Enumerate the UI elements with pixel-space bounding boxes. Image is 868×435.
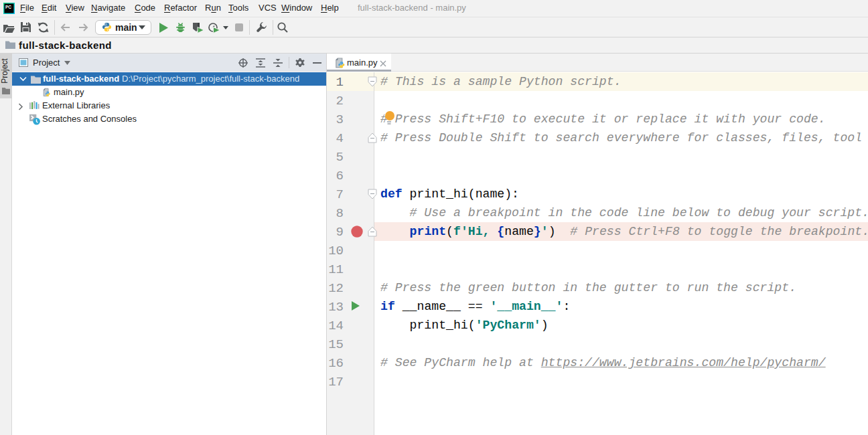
svg-text:PC: PC [5, 5, 11, 9]
